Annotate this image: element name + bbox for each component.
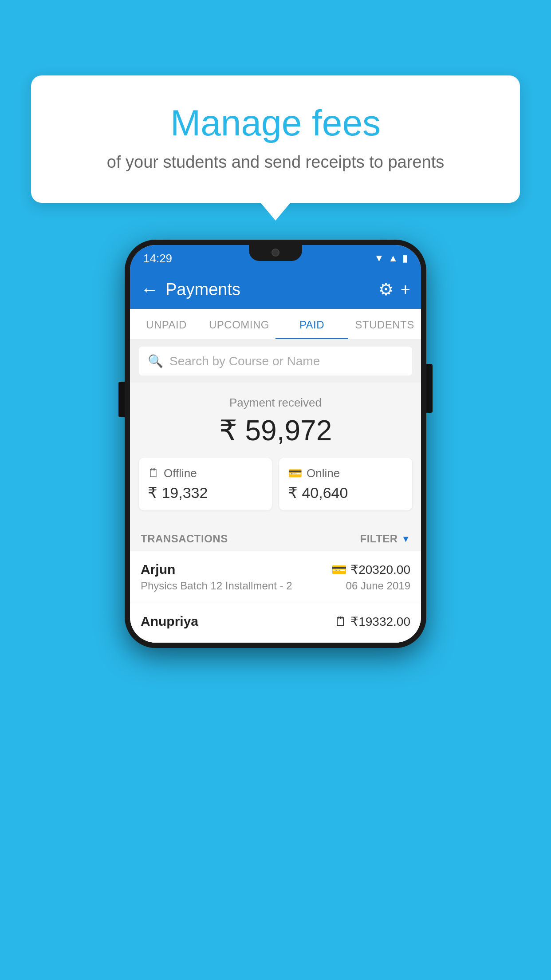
- payment-mode-icon: 💳: [331, 562, 347, 577]
- student-name: Anupriya: [141, 614, 198, 629]
- transaction-row-top: Anupriya 🗒 ₹19332.00: [141, 614, 410, 629]
- app-header: ← Payments ⚙ +: [130, 270, 421, 309]
- bubble-subtitle: of your students and send receipts to pa…: [53, 153, 498, 172]
- online-card-top: 💳 Online: [288, 466, 403, 480]
- gear-icon[interactable]: ⚙: [378, 280, 394, 299]
- tab-upcoming[interactable]: UPCOMING: [203, 309, 276, 339]
- payment-received-label: Payment received: [139, 396, 412, 410]
- tab-unpaid[interactable]: UNPAID: [130, 309, 203, 339]
- page-title: Payments: [165, 280, 371, 299]
- online-amount: ₹ 40,640: [288, 484, 403, 502]
- tab-students[interactable]: STUDENTS: [348, 309, 421, 339]
- offline-card-top: 🗒 Offline: [148, 466, 263, 480]
- add-button[interactable]: +: [401, 280, 410, 299]
- phone-notch: [249, 245, 302, 261]
- filter-text: FILTER: [360, 533, 398, 545]
- tab-bar: UNPAID UPCOMING PAID STUDENTS: [130, 309, 421, 340]
- payment-summary: Payment received ₹ 59,972 🗒 Offline ₹ 19…: [130, 383, 421, 524]
- table-row[interactable]: Arjun 💳 ₹20320.00 Physics Batch 12 Insta…: [130, 551, 421, 603]
- status-icons: ▼ ▲ ▮: [374, 253, 408, 264]
- signal-icon: ▲: [388, 253, 398, 264]
- transaction-amount: 🗒 ₹19332.00: [335, 614, 410, 629]
- student-name: Arjun: [141, 562, 175, 577]
- transaction-row-top: Arjun 💳 ₹20320.00: [141, 562, 410, 577]
- transactions-label: TRANSACTIONS: [141, 533, 228, 545]
- offline-label: Offline: [164, 466, 197, 480]
- payment-received-amount: ₹ 59,972: [139, 414, 412, 447]
- phone-outer: 14:29 ▼ ▲ ▮ ← Payments ⚙ + UNPAID: [125, 240, 426, 648]
- offline-card: 🗒 Offline ₹ 19,332: [139, 458, 272, 510]
- phone-inner: 14:29 ▼ ▲ ▮ ← Payments ⚙ + UNPAID: [130, 245, 421, 643]
- online-label: Online: [307, 466, 340, 480]
- course-label: Physics Batch 12 Installment - 2: [141, 580, 292, 592]
- table-row[interactable]: Anupriya 🗒 ₹19332.00: [130, 603, 421, 643]
- back-button[interactable]: ←: [141, 280, 158, 300]
- search-icon: 🔍: [148, 354, 163, 368]
- speech-bubble: Manage fees of your students and send re…: [31, 75, 520, 203]
- online-icon: 💳: [288, 466, 302, 480]
- camera: [272, 249, 279, 257]
- online-card: 💳 Online ₹ 40,640: [279, 458, 412, 510]
- bubble-title: Manage fees: [53, 102, 498, 144]
- search-input[interactable]: Search by Course or Name: [169, 354, 320, 368]
- transaction-amount: 💳 ₹20320.00: [331, 562, 410, 577]
- phone-mockup: 14:29 ▼ ▲ ▮ ← Payments ⚙ + UNPAID: [125, 240, 426, 648]
- tab-paid[interactable]: PAID: [276, 309, 348, 339]
- amount-value: ₹20320.00: [350, 562, 410, 577]
- filter-button[interactable]: FILTER ▼: [360, 533, 410, 545]
- filter-icon: ▼: [401, 534, 410, 544]
- transaction-row-bottom: Physics Batch 12 Installment - 2 06 June…: [141, 580, 410, 592]
- wifi-icon: ▼: [374, 253, 384, 264]
- battery-icon: ▮: [402, 253, 408, 264]
- transaction-date: 06 June 2019: [346, 580, 410, 592]
- transaction-list: Arjun 💳 ₹20320.00 Physics Batch 12 Insta…: [130, 551, 421, 643]
- offline-icon: 🗒: [148, 466, 159, 480]
- amount-value: ₹19332.00: [350, 614, 410, 629]
- search-bar[interactable]: 🔍 Search by Course or Name: [139, 347, 412, 375]
- search-container: 🔍 Search by Course or Name: [130, 340, 421, 383]
- status-time: 14:29: [143, 252, 172, 265]
- transactions-header: TRANSACTIONS FILTER ▼: [130, 524, 421, 551]
- payment-cards: 🗒 Offline ₹ 19,332 💳 Online ₹ 40,640: [139, 458, 412, 510]
- offline-amount: ₹ 19,332: [148, 484, 263, 502]
- payment-mode-icon: 🗒: [335, 614, 347, 629]
